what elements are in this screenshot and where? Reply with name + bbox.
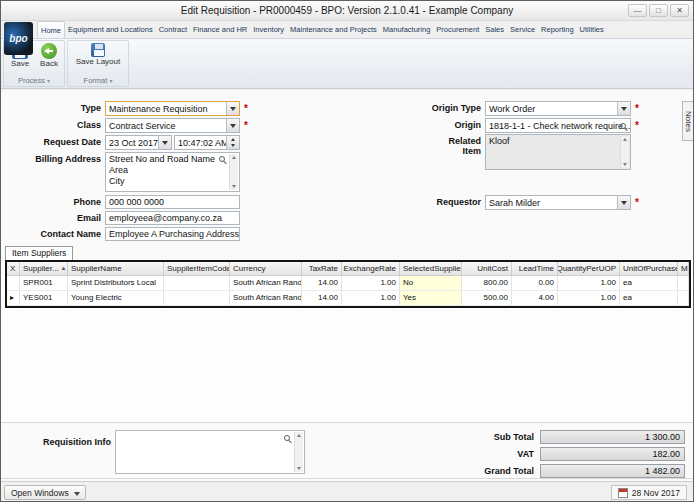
cell-unitofpurchase[interactable]: ea [620, 276, 678, 290]
requestor-combobox[interactable]: Sarah Milder [485, 195, 631, 210]
cell-supplieritemcode[interactable] [164, 291, 230, 305]
ribbon-tab-utilities[interactable]: Utilities [577, 21, 607, 38]
cell-x[interactable]: ▸ [7, 291, 20, 305]
grid-col-leadtime[interactable]: LeadTime [512, 262, 558, 276]
cell-quantityperuop[interactable]: 1.00 [558, 276, 620, 290]
contact-name-field[interactable]: Employee A Purchasing Address [105, 227, 240, 241]
request-time-spinner[interactable]: 10:47:02 AM [174, 135, 240, 150]
cell-mi[interactable] [678, 276, 689, 290]
spin-up-icon [231, 138, 235, 141]
grid-col-quantityperuop[interactable]: QuantityPerUOP [558, 262, 620, 276]
type-value: Maintenance Requisition [106, 104, 226, 114]
save-layout-icon [91, 43, 105, 57]
ribbon-tab-procurement[interactable]: Procurement [433, 21, 482, 38]
ribbon-tab-manufacturing[interactable]: Manufacturing [380, 21, 434, 38]
search-icon[interactable] [284, 435, 290, 441]
date-dropdown-button[interactable] [158, 136, 171, 149]
requestor-required-marker: * [635, 195, 639, 210]
ribbon-tab-finance-and-hr[interactable]: Finance and HR [190, 21, 250, 38]
open-windows-button[interactable]: Open Windows [4, 485, 86, 500]
request-date-picker[interactable]: 23 Oct 2017 [105, 135, 172, 150]
billing-address-textarea[interactable]: Street No and Road Name Area City [105, 152, 240, 192]
cell-leadtime[interactable]: 4.00 [512, 291, 558, 305]
ribbon-tab-sales[interactable]: Sales [482, 21, 507, 38]
class-label: Class [31, 120, 101, 130]
grid-col-selectedsupplier[interactable]: SelectedSupplier [400, 262, 462, 276]
grid-col-x[interactable]: X [7, 262, 20, 276]
back-button[interactable]: Back [35, 43, 63, 68]
table-row[interactable]: SPR001Sprint Distributors LocalSouth Afr… [7, 276, 689, 291]
origin-label: Origin [401, 120, 481, 130]
cell-selectedsupplier[interactable]: Yes [400, 291, 462, 305]
chevron-down-icon [162, 141, 168, 145]
tab-item-suppliers[interactable]: Item Suppliers [5, 246, 73, 260]
phone-field[interactable]: 000 000 0000 [105, 195, 240, 209]
cell-unitcost[interactable]: 800.00 [462, 276, 512, 290]
app-logo[interactable]: bpo [4, 22, 33, 55]
search-icon[interactable] [620, 123, 626, 129]
cell-x[interactable] [7, 276, 20, 290]
divider [1, 478, 693, 479]
grid-col-unitcost[interactable]: UnitCost [462, 262, 512, 276]
billing-address-scrollbar[interactable] [229, 154, 238, 190]
grid-col-currency[interactable]: Currency [230, 262, 302, 276]
close-button[interactable]: ✕ [670, 4, 689, 17]
origin-field[interactable]: 1818-1-1 - Check network require... [485, 118, 631, 133]
cell-unitcost[interactable]: 500.00 [462, 291, 512, 305]
origin-required-marker: * [635, 118, 639, 133]
cell-exchangerate[interactable]: 1.00 [342, 276, 400, 290]
cell-leadtime[interactable]: 0.00 [512, 276, 558, 290]
cell-unitofpurchase[interactable]: ea [620, 291, 678, 305]
cell-suppliername[interactable]: Sprint Distributors Local [68, 276, 164, 290]
cell-quantityperuop[interactable]: 1.00 [558, 291, 620, 305]
related-item-scrollbar[interactable] [620, 136, 629, 168]
minimize-button[interactable]: — [628, 4, 647, 17]
ribbon-tab-service[interactable]: Service [507, 21, 538, 38]
grid-col-exchangerate[interactable]: ExchangeRate [342, 262, 400, 276]
notes-flyout-tab[interactable]: Notes [682, 101, 693, 141]
cell-supplier[interactable]: SPR001 [20, 276, 68, 290]
grid-col-supplier[interactable]: Supplier...▲ [20, 262, 68, 276]
table-row[interactable]: ▸YES001Young ElectricSouth African Rand1… [7, 291, 689, 306]
requisition-info-textarea[interactable] [115, 430, 305, 474]
origin-type-combobox[interactable]: Work Order [485, 101, 631, 116]
grid-col-suppliername[interactable]: SupplierName [68, 262, 164, 276]
grid-col-unitofpurchase[interactable]: UnitOfPurchase [620, 262, 678, 276]
maximize-button[interactable]: □ [649, 4, 668, 17]
related-item-box[interactable]: Kloof [485, 134, 631, 170]
chevron-down-icon [621, 107, 627, 111]
grid-col-supplieritemcode[interactable]: SupplierItemCode [164, 262, 230, 276]
email-field[interactable]: employeea@company.co.za [105, 211, 240, 225]
ribbon-tab-equipment-and-locations[interactable]: Equipment and Locations [65, 21, 156, 38]
search-icon[interactable] [219, 156, 225, 162]
ribbon-tab-home[interactable]: Home [37, 21, 65, 38]
cell-supplier[interactable]: YES001 [20, 291, 68, 305]
ribbon: Save Back Process Save Layout Format [1, 39, 693, 89]
cell-taxrate[interactable]: 14.00 [302, 291, 342, 305]
ribbon-tab-inventory[interactable]: Inventory [250, 21, 287, 38]
cell-currency[interactable]: South African Rand [230, 276, 302, 290]
origin-type-dropdown-button[interactable] [617, 102, 630, 115]
grid-col-taxrate[interactable]: TaxRate [302, 262, 342, 276]
class-dropdown-button[interactable] [226, 119, 239, 132]
cell-selectedsupplier[interactable]: No [400, 276, 462, 290]
class-combobox[interactable]: Contract Service [105, 118, 240, 133]
cell-exchangerate[interactable]: 1.00 [342, 291, 400, 305]
type-combobox[interactable]: Maintenance Requisition [105, 101, 240, 116]
requisition-info-scrollbar[interactable] [294, 432, 303, 472]
cell-mi[interactable] [678, 291, 689, 305]
requestor-dropdown-button[interactable] [617, 196, 630, 209]
cell-suppliername[interactable]: Young Electric [68, 291, 164, 305]
request-time-value: 10:47:02 AM [175, 138, 226, 148]
cell-taxrate[interactable]: 14.00 [302, 276, 342, 290]
ribbon-tab-maintenance-and-projects[interactable]: Maintenance and Projects [287, 21, 380, 38]
cell-supplieritemcode[interactable] [164, 276, 230, 290]
cell-currency[interactable]: South African Rand [230, 291, 302, 305]
ribbon-tab-contract[interactable]: Contract [156, 21, 190, 38]
grid-col-mi[interactable]: Mi [678, 262, 689, 276]
save-layout-button[interactable]: Save Layout [70, 43, 126, 66]
time-spin-buttons[interactable] [226, 136, 239, 149]
type-dropdown-button[interactable] [226, 102, 239, 115]
ribbon-tab-reporting[interactable]: Reporting [538, 21, 577, 38]
total-label: Grand Total [421, 466, 540, 476]
